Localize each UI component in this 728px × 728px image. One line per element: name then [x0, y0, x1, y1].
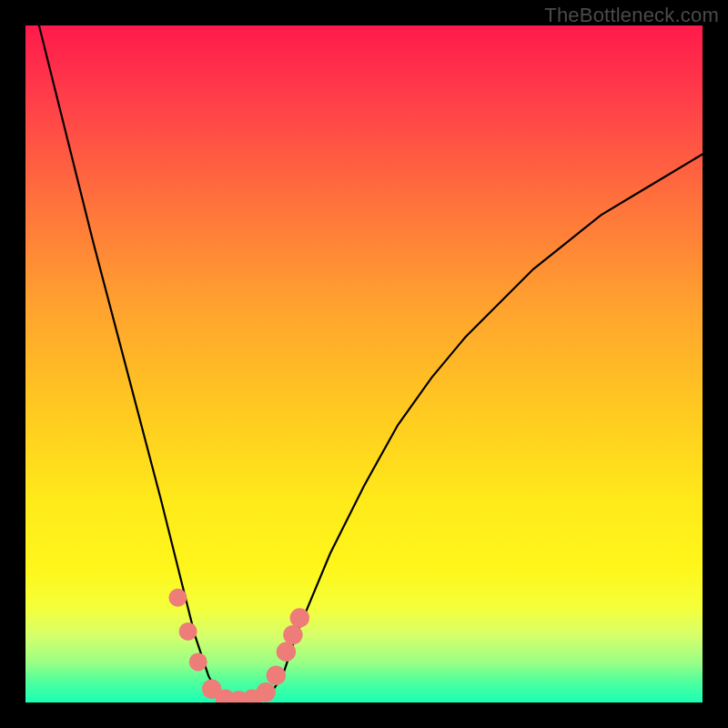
curve-marker: [179, 622, 197, 641]
curve-markers: [168, 589, 309, 703]
curve-marker: [168, 589, 187, 607]
curve-marker: [277, 642, 296, 662]
curve-marker: [283, 625, 302, 644]
chart-frame: TheBottleneck.com: [0, 0, 728, 728]
bottleneck-curve: [39, 25, 703, 703]
curve-marker: [290, 608, 309, 627]
curve-marker: [189, 652, 207, 671]
curve-layer: [25, 25, 703, 703]
watermark-text: TheBottleneck.com: [544, 4, 719, 27]
plot-area: [25, 25, 703, 703]
curve-marker: [256, 682, 275, 702]
curve-marker: [267, 666, 286, 685]
